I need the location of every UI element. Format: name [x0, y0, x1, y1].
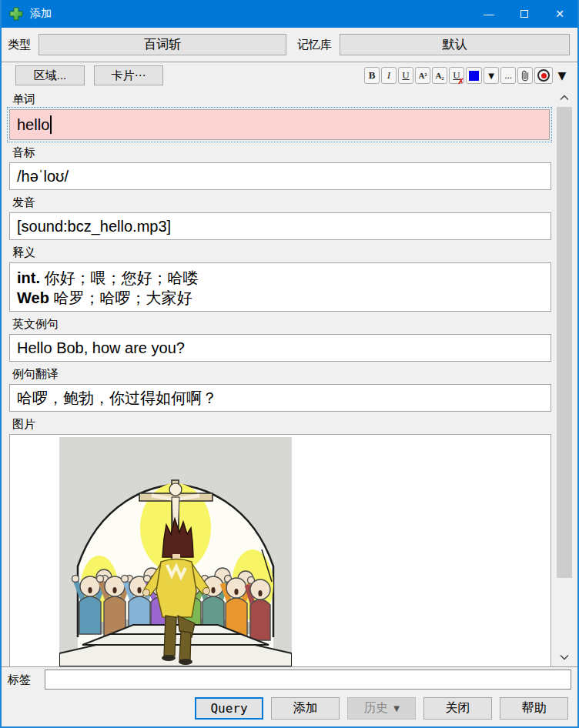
text-color-dropdown-button[interactable]: ▼	[484, 67, 499, 84]
chevron-down-icon: ▼	[558, 69, 567, 82]
cards-button-label: 卡片⋯	[112, 68, 146, 83]
chevron-down-icon: ▼	[393, 704, 400, 713]
italic-icon: I	[387, 69, 390, 82]
superscript-button[interactable]: A²	[415, 67, 430, 84]
close-dialog-button[interactable]: 关闭	[423, 697, 492, 720]
translation-field[interactable]: 哈啰，鲍勃，你过得如何啊？	[9, 384, 551, 412]
footer-buttons: Query 添加 历史 ▼ 关闭 帮助	[2, 692, 577, 726]
minimize-button[interactable]: —	[471, 0, 507, 28]
translation-field-label: 例句翻译	[12, 367, 553, 382]
example-field-label: 英文例句	[12, 317, 553, 332]
example-field-value: Hello Bob, how are you?	[17, 339, 185, 357]
scrollbar-thumb[interactable]	[557, 107, 572, 578]
format-toolbar: B I U A² A₂ U ✗ ▼	[364, 67, 570, 84]
fields-button[interactable]: 区域...	[15, 65, 85, 85]
pronunciation-field-value: [sound:bcz_hello.mp3]	[17, 218, 171, 235]
cards-button[interactable]: 卡片⋯	[94, 65, 163, 85]
definition-line-2: Web 哈罗；哈啰；大家好	[17, 288, 544, 308]
church-congregation-image	[59, 437, 292, 666]
italic-button[interactable]: I	[381, 67, 397, 84]
part-of-speech: int.	[17, 269, 40, 286]
phonetic-field[interactable]: /həˈloʊ/	[9, 162, 551, 190]
red-x-icon: ✗	[458, 77, 464, 85]
picture-field-label: 图片	[12, 417, 553, 432]
more-options-button[interactable]: ...	[500, 67, 516, 84]
query-button-label: Query	[210, 701, 247, 716]
window-controls: — ✕	[471, 0, 577, 28]
record-audio-button[interactable]	[534, 67, 553, 84]
picture-field[interactable]	[9, 434, 551, 666]
bold-icon: B	[369, 69, 376, 82]
bold-button[interactable]: B	[364, 67, 380, 84]
vertical-scrollbar[interactable]	[554, 88, 574, 666]
translation-field-value: 哈啰，鲍勃，你过得如何啊？	[17, 388, 217, 409]
ellipsis-icon: ...	[504, 69, 512, 82]
phonetic-field-label: 音标	[12, 145, 553, 160]
underline-icon: U	[402, 69, 409, 82]
minimize-icon: —	[484, 8, 494, 20]
attach-media-button[interactable]	[517, 67, 533, 84]
definition-field-label: 释义	[12, 245, 553, 260]
word-field[interactable]: hello	[9, 109, 550, 140]
word-field-label: 单词	[12, 92, 553, 107]
editor-toolbar: 区域... 卡片⋯ B I U A² A₂ U ✗	[2, 62, 577, 88]
text-cursor	[50, 115, 52, 134]
record-dropdown-button[interactable]: ▼	[554, 67, 570, 84]
deck-label: 记忆库	[297, 38, 332, 52]
query-button[interactable]: Query	[195, 697, 263, 720]
scroll-up-button[interactable]	[554, 90, 574, 105]
text-color-button[interactable]	[466, 67, 482, 84]
anki-add-icon	[8, 6, 24, 22]
close-button-label: 关闭	[446, 700, 470, 716]
tags-input[interactable]	[45, 670, 571, 690]
definition-line-1: int. 你好；喂；您好；哈喽	[17, 268, 544, 288]
example-field[interactable]: Hello Bob, how are you?	[9, 334, 551, 362]
help-button-label: 帮助	[522, 700, 547, 716]
remove-formatting-button[interactable]: U ✗	[449, 67, 464, 84]
close-button[interactable]: ✕	[542, 0, 577, 28]
chevron-up-icon	[560, 95, 569, 101]
notetype-selector-button[interactable]: 百词斩	[38, 34, 286, 55]
notetype-deck-row: 类型 百词斩 记忆库 默认	[2, 28, 577, 62]
close-icon: ✕	[555, 8, 564, 20]
window-title: 添加	[30, 7, 52, 21]
titlebar: 添加 — ✕	[2, 0, 577, 28]
word-field-value: hello	[17, 116, 49, 134]
help-button[interactable]: 帮助	[500, 697, 568, 720]
part-of-speech: Web	[17, 289, 49, 306]
fields-button-label: 区域...	[34, 68, 67, 83]
chevron-down-icon	[560, 654, 569, 660]
scroll-down-button[interactable]	[554, 650, 574, 665]
maximize-icon	[520, 10, 528, 18]
paperclip-icon	[520, 69, 530, 82]
history-button-label: 历史	[363, 700, 388, 716]
add-button-label: 添加	[293, 700, 318, 716]
maximize-button[interactable]	[507, 0, 542, 28]
fields-area: 单词 hello 音标 /həˈloʊ/ 发音 [sound:bcz_hello…	[2, 88, 553, 666]
deck-value: 默认	[443, 37, 467, 53]
tags-row: 标签	[2, 667, 577, 692]
add-button[interactable]: 添加	[271, 697, 340, 720]
record-icon	[537, 69, 550, 82]
subscript-icon: A₂	[435, 71, 443, 80]
notetype-label: 类型	[8, 38, 31, 52]
chevron-down-icon: ▼	[488, 72, 494, 80]
definition-text: 你好；喂；您好；哈喽	[45, 269, 199, 287]
pronunciation-field[interactable]: [sound:bcz_hello.mp3]	[9, 212, 551, 240]
history-button[interactable]: 历史 ▼	[347, 697, 416, 720]
phonetic-field-value: /həˈloʊ/	[17, 168, 69, 185]
definition-text: 哈罗；哈啰；大家好	[53, 289, 192, 307]
deck-selector-button[interactable]: 默认	[340, 34, 570, 55]
definition-field[interactable]: int. 你好；喂；您好；哈喽 Web 哈罗；哈啰；大家好	[9, 262, 551, 312]
underline-button[interactable]: U	[398, 67, 413, 84]
subscript-button[interactable]: A₂	[432, 67, 447, 84]
add-note-window: 添加 — ✕ 类型 百词斩 记忆库 默认 区域... 卡片⋯	[0, 0, 579, 728]
pronunciation-field-label: 发音	[12, 195, 553, 210]
color-swatch-icon	[469, 71, 479, 81]
superscript-icon: A²	[418, 71, 427, 80]
tags-label: 标签	[8, 673, 45, 687]
notetype-value: 百词斩	[144, 37, 181, 53]
fields-scroll-region: 单词 hello 音标 /həˈloʊ/ 发音 [sound:bcz_hello…	[2, 88, 577, 667]
